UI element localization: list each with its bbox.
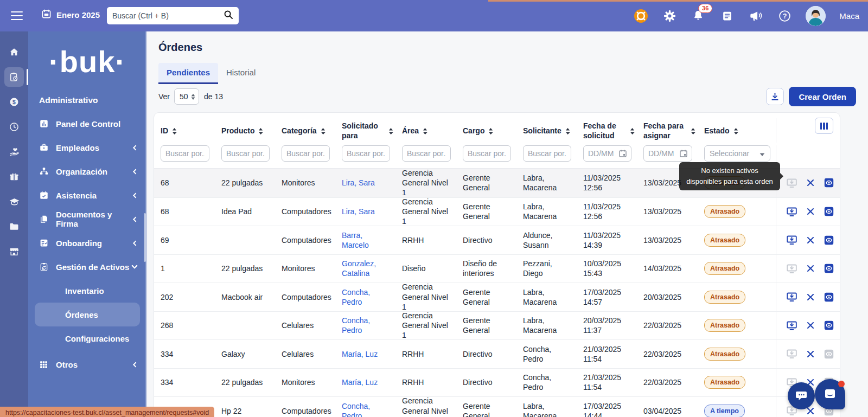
filter-input[interactable] xyxy=(161,145,209,162)
filter-input[interactable] xyxy=(523,145,571,162)
view-order-icon[interactable] xyxy=(824,320,834,331)
employee-link[interactable]: Gonzalez, Catalina xyxy=(342,259,376,278)
sort-icon[interactable] xyxy=(733,127,738,135)
notes-icon[interactable] xyxy=(719,8,735,23)
time-clock-icon[interactable] xyxy=(4,117,24,137)
sort-icon[interactable] xyxy=(630,127,635,135)
view-order-icon[interactable] xyxy=(824,206,834,217)
sidebar-item-onboarding[interactable]: Onboarding xyxy=(28,231,146,255)
column-header[interactable]: Estado xyxy=(698,118,776,143)
assign-asset-icon[interactable] xyxy=(786,234,797,246)
cancel-order-icon[interactable] xyxy=(806,236,815,245)
date-filter-input[interactable] xyxy=(643,145,692,162)
view-order-icon[interactable] xyxy=(824,292,834,303)
sidebar-subitem-inventario[interactable]: Inventario xyxy=(28,279,146,303)
tab-historial[interactable]: Historial xyxy=(218,63,264,84)
bell-icon[interactable]: 36 xyxy=(691,8,706,23)
sidebar-item-panel-de-control[interactable]: Panel de Control xyxy=(28,112,146,136)
column-header[interactable]: Categoría xyxy=(275,118,335,143)
filter-input[interactable] xyxy=(282,145,330,162)
page-size-select[interactable]: 50 xyxy=(174,88,199,105)
view-order-icon[interactable] xyxy=(824,235,834,246)
column-header[interactable]: ID xyxy=(154,118,215,143)
home-icon[interactable] xyxy=(4,42,24,62)
filter-input[interactable] xyxy=(342,145,390,162)
sort-icon[interactable] xyxy=(321,127,326,135)
assign-asset-icon[interactable] xyxy=(786,291,797,303)
employee-link[interactable]: Concha, Pedro xyxy=(342,288,370,306)
column-picker-button[interactable] xyxy=(815,118,833,134)
documents-folder-icon[interactable] xyxy=(4,217,24,236)
sidebar-subitem-configuraciones[interactable]: Configuraciones xyxy=(28,326,146,350)
user-name[interactable]: Maca xyxy=(839,11,859,21)
column-header[interactable]: Cargo xyxy=(456,118,516,143)
view-order-icon[interactable] xyxy=(824,263,834,274)
create-order-button[interactable]: Crear Orden xyxy=(789,87,856,106)
employee-link[interactable]: María, Luz xyxy=(342,378,378,387)
sort-icon[interactable] xyxy=(423,127,427,135)
search-input[interactable] xyxy=(112,11,224,20)
sidebar-item-gestion-de-activos[interactable]: Gestión de Activos xyxy=(28,255,146,279)
sort-icon[interactable] xyxy=(691,127,695,135)
cancel-order-icon[interactable] xyxy=(806,178,815,187)
employee-link[interactable]: Concha, Pedro xyxy=(342,402,370,417)
sort-icon[interactable] xyxy=(488,127,493,135)
cancel-order-icon[interactable] xyxy=(806,207,815,216)
period-selector[interactable]: Enero 2025 xyxy=(41,9,100,21)
cell-fecha-solicitud: 11/03/2025 12:56 xyxy=(577,170,637,195)
chat-bubble-button[interactable] xyxy=(788,382,815,409)
help-icon[interactable]: ? xyxy=(777,8,792,23)
estado-filter-select[interactable]: Seleccionar xyxy=(704,145,770,162)
date-filter-input[interactable] xyxy=(583,145,631,162)
assign-asset-icon[interactable] xyxy=(786,320,797,331)
notification-count-badge[interactable]: 36 xyxy=(698,4,712,13)
employee-link[interactable]: Concha, Pedro xyxy=(342,316,370,335)
tab-pendientes[interactable]: Pendientes xyxy=(158,63,218,84)
avatar[interactable] xyxy=(806,6,826,26)
employee-link[interactable]: Barra, Marcelo xyxy=(342,231,369,249)
sidebar-item-otros[interactable]: Otros xyxy=(28,352,146,376)
cell-fecha-solicitud: 21/03/2025 11:54 xyxy=(577,342,637,367)
column-header[interactable]: Fecha para asignar xyxy=(637,118,698,143)
sidebar-scrollbar[interactable] xyxy=(144,213,146,262)
sort-icon[interactable] xyxy=(258,127,263,135)
sort-icon[interactable] xyxy=(388,127,393,135)
support-icon[interactable] xyxy=(633,8,648,23)
view-order-icon[interactable] xyxy=(824,177,834,188)
filter-input[interactable] xyxy=(402,145,451,162)
filter-input[interactable] xyxy=(463,145,511,162)
sort-icon[interactable] xyxy=(172,127,177,135)
marketplace-store-icon[interactable] xyxy=(4,242,24,261)
cancel-order-icon[interactable] xyxy=(806,350,815,358)
sidebar-item-organizacion[interactable]: Organización xyxy=(28,159,146,183)
employee-link[interactable]: Lira, Sara xyxy=(342,178,375,187)
cancel-order-icon[interactable] xyxy=(806,321,815,330)
hamburger-menu-icon[interactable] xyxy=(11,11,23,20)
employee-link[interactable]: Lira, Sara xyxy=(342,207,375,216)
orders-clipboard-icon[interactable] xyxy=(4,67,24,87)
cancel-order-icon[interactable] xyxy=(806,264,815,273)
sidebar-subitem-ordenes[interactable]: Órdenes xyxy=(35,303,140,326)
gear-icon[interactable] xyxy=(662,8,677,23)
search-icon[interactable] xyxy=(224,10,233,22)
column-header[interactable]: Área xyxy=(395,118,456,143)
column-header[interactable]: Fecha de solicitud xyxy=(577,118,637,143)
column-header[interactable]: Solicitante xyxy=(516,118,577,143)
sidebar-item-documentos-y-firma[interactable]: Documentos y Firma xyxy=(28,207,146,231)
sort-icon[interactable] xyxy=(565,127,570,135)
training-cap-icon[interactable] xyxy=(4,192,24,211)
column-header[interactable]: Solicitado para xyxy=(335,118,395,143)
filter-input[interactable] xyxy=(221,145,270,162)
gift-icon[interactable] xyxy=(4,167,24,187)
column-header[interactable]: Producto xyxy=(215,118,275,143)
benefits-hand-heart-icon[interactable] xyxy=(4,142,24,162)
sidebar-item-asistencia[interactable]: Asistencia xyxy=(28,183,146,207)
download-button[interactable] xyxy=(766,88,784,105)
cancel-order-icon[interactable] xyxy=(806,293,815,301)
megaphone-icon[interactable] xyxy=(748,8,763,23)
payroll-coin-icon[interactable]: $ xyxy=(4,92,24,112)
employee-link[interactable]: María, Luz xyxy=(342,350,378,358)
global-search[interactable] xyxy=(107,7,239,24)
assign-asset-icon[interactable] xyxy=(786,206,797,217)
sidebar-item-empleados[interactable]: Empleados xyxy=(28,136,146,159)
